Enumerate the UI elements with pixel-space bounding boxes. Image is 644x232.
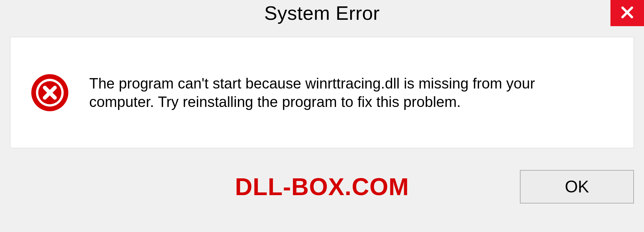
dialog-title: System Error — [264, 2, 380, 24]
ok-button[interactable]: OK — [520, 170, 634, 204]
footer: DLL-BOX.COM OK — [0, 148, 644, 225]
content-panel: The program can't start because winrttra… — [10, 37, 634, 148]
watermark-text: DLL-BOX.COM — [235, 173, 409, 200]
titlebar: System Error — [0, 0, 644, 37]
close-icon — [619, 4, 635, 22]
close-button[interactable] — [610, 0, 644, 26]
error-icon — [31, 73, 69, 112]
error-message: The program can't start because winrttra… — [89, 74, 576, 111]
